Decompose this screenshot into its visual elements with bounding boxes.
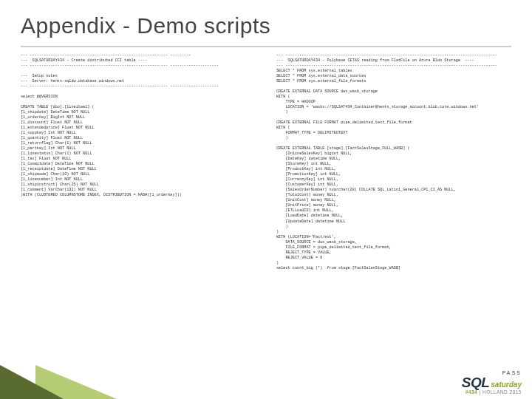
logo-sql-text: SQL xyxy=(462,375,490,389)
event-logo: PASS SQL saturday #434 | HOLLAND 2015 xyxy=(462,370,522,395)
event-number: #434 xyxy=(466,389,477,395)
right-script-block: --- ------------------------------------… xyxy=(276,53,511,271)
footer: PASS SQL saturday #434 | HOLLAND 2015 xyxy=(0,365,532,399)
event-location: | HOLLAND 2015 xyxy=(477,389,522,395)
slide-title-wrap: Appendix - Demo scripts xyxy=(0,0,532,43)
left-script-block: --- ------------------------------------… xyxy=(21,53,256,271)
logo-tagline: #434 | HOLLAND 2015 xyxy=(462,390,522,395)
logo-saturday-text: saturday xyxy=(491,381,522,389)
footer-triangle-dark xyxy=(0,365,64,399)
slide-title: Appendix - Demo scripts xyxy=(21,13,511,38)
content-columns: --- ------------------------------------… xyxy=(0,47,532,271)
logo-main: SQL saturday xyxy=(462,375,522,389)
